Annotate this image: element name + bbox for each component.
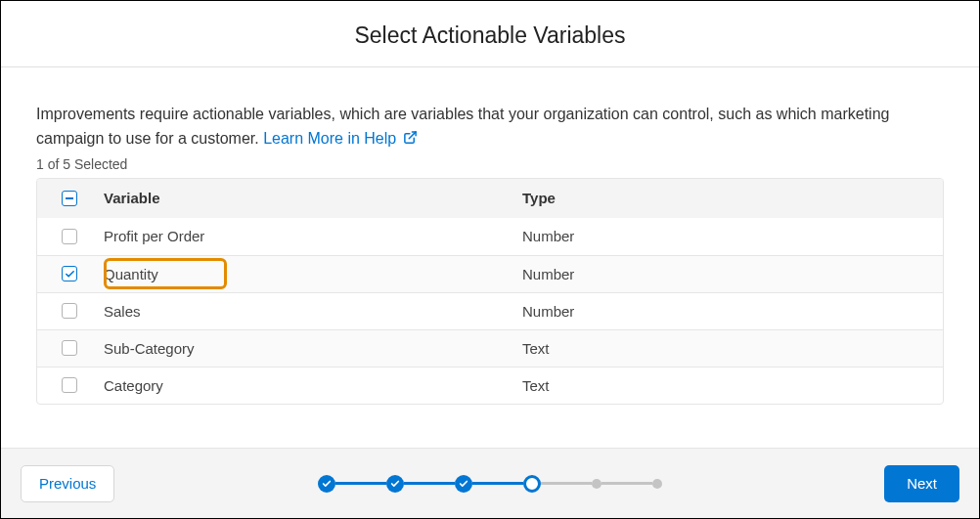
row-type: Number [522,228,943,244]
step-segment [472,482,523,485]
previous-button[interactable]: Previous [21,465,114,502]
page-title: Select Actionable Variables [1,22,979,49]
step-segment [335,482,386,485]
table-row[interactable]: Profit per OrderNumber [37,218,943,255]
variables-table: Variable Type Profit per OrderNumberQuan… [36,178,944,405]
col-header-variable[interactable]: Variable [102,190,522,206]
col-header-type[interactable]: Type [522,190,943,206]
row-type: Text [522,377,943,394]
row-checkbox[interactable] [62,340,77,356]
step-done [318,475,335,493]
select-all-checkbox[interactable] [62,191,77,206]
description-copy: Improvements require actionable variable… [36,106,889,147]
selection-count: 1 of 5 Selected [36,156,944,172]
row-checkbox[interactable] [62,266,77,281]
dialog-footer: Previous Next [1,448,979,518]
row-type: Number [522,266,943,282]
row-variable: Sales [102,303,522,320]
step-done [455,475,472,493]
dialog-header: Select Actionable Variables [1,1,979,67]
step-segment [601,482,652,485]
next-button[interactable]: Next [884,465,959,502]
svg-rect-1 [66,197,73,199]
table-header-row: Variable Type [37,179,943,218]
row-checkbox[interactable] [62,303,77,319]
row-variable: Quantity [102,266,522,282]
row-variable: Profit per Order [102,228,522,244]
row-type: Number [522,303,943,320]
external-link-icon [403,128,418,152]
row-checkbox[interactable] [62,377,77,393]
row-checkbox[interactable] [62,229,77,244]
step-segment [541,482,592,485]
description-text: Improvements require actionable variable… [36,103,944,152]
step-current [523,475,541,493]
step-future [592,479,601,489]
table-row[interactable]: CategoryText [37,367,943,404]
table-row[interactable]: SalesNumber [37,292,943,329]
step-segment [404,482,455,485]
row-variable: Sub-Category [102,340,522,357]
step-done [386,475,404,493]
table-row[interactable]: Sub-CategoryText [37,329,943,367]
row-variable: Category [102,377,522,394]
step-future [652,479,662,489]
learn-more-label: Learn More in Help [263,130,396,147]
dialog-body: Improvements require actionable variable… [1,67,979,448]
svg-line-0 [409,132,416,139]
progress-stepper [318,475,662,493]
row-type: Text [522,340,943,357]
table-row[interactable]: QuantityNumber [37,255,943,292]
learn-more-link[interactable]: Learn More in Help [263,130,418,147]
